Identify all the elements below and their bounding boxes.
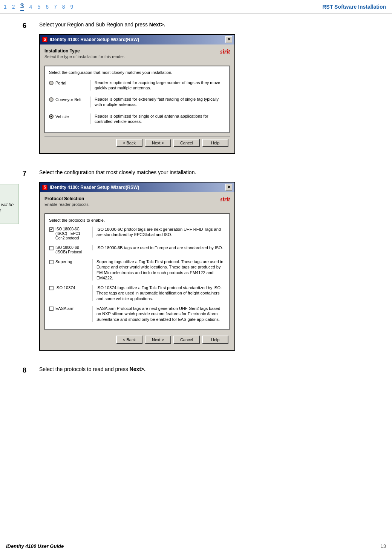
dialog2-next-button[interactable]: Next > <box>145 336 171 344</box>
step-2[interactable]: 2 <box>12 4 15 10</box>
dialog2-help-button[interactable]: Help <box>202 336 228 344</box>
step7-content: Select the configuration that most close… <box>39 169 369 351</box>
checkbox-supertag[interactable] <box>49 260 54 264</box>
step8-instruction-bold: Next>. <box>130 366 145 372</box>
dialog2-inner-label: Select the protocols to enable. <box>49 218 225 222</box>
dialog2-body: sirit Protocol Selection Enable reader p… <box>40 192 234 350</box>
step8-section: 8 Select the protocols to read and press… <box>23 366 369 379</box>
checkbox-iso10374[interactable] <box>49 286 54 290</box>
dialog2-cancel-button[interactable]: Cancel <box>173 336 200 344</box>
dialog1-cancel-button[interactable]: Cancel <box>173 139 200 147</box>
step7-section: Protocols Only those protocols enabled i… <box>23 169 369 351</box>
protocol-iso18000-6c-text: ISO 18000-6C(ISOC) - EPC1Gen2 protocol <box>55 227 80 241</box>
radio-conveyor-label[interactable]: Conveyor Belt <box>49 97 90 102</box>
dialog1-next-button[interactable]: Next > <box>145 139 171 147</box>
protocol-iso10374-desc: ISO 10374 tags utilize a Tag Talk First … <box>92 285 225 301</box>
protocol-easalarm-desc: EASAlarm Protocol tags are next generati… <box>92 306 225 322</box>
checkbox-iso18000-6b[interactable] <box>49 246 54 250</box>
dialog2-title-left: S IDentity 4100: Reader Setup Wizard(RSW… <box>42 185 139 190</box>
dialog1-close-button[interactable]: ✕ <box>225 36 232 43</box>
dialog2-title-text: IDentity 4100: Reader Setup Wizard(RSW) <box>50 185 139 190</box>
step-6[interactable]: 6 <box>46 4 49 10</box>
sirit-logo-1: sirit <box>220 48 230 55</box>
protocol-iso18000-6b-row: ISO 18000-6B(ISOB) Protocol ISO 18000-6B… <box>49 244 225 256</box>
step8-instruction-text: Select the protocols to read and press <box>39 366 130 372</box>
protocol-iso18000-6b-text: ISO 18000-6B(ISOB) Protocol <box>55 245 82 255</box>
dialog2-titlebar: S IDentity 4100: Reader Setup Wizard(RSW… <box>40 182 234 192</box>
dialog1-back-button[interactable]: < Back <box>116 139 142 147</box>
radio-portal-input[interactable] <box>49 81 54 85</box>
page-footer: IDentity 4100 User Guide 13 <box>0 540 392 552</box>
step7-instruction: Select the configuration that most close… <box>39 169 369 176</box>
step6-instruction: Select your Region and Sub Region and pr… <box>39 21 369 29</box>
dialog1-help-button[interactable]: Help <box>202 139 228 147</box>
radio-portal-text: Portal <box>55 81 66 85</box>
dialog2-inner-box: Select the protocols to enable. ISO 1800… <box>44 213 230 330</box>
step-7[interactable]: 7 <box>54 4 57 10</box>
protocol-iso18000-6b-desc: ISO 18000-6B tags are used in Europe and… <box>92 245 225 250</box>
footer-product: IDentity 4100 User Guide <box>6 543 64 549</box>
step8-content: Select the protocols to read and press N… <box>39 366 369 379</box>
step-1[interactable]: 1 <box>4 4 7 10</box>
sidebar-note-title: Protocols <box>0 187 15 194</box>
page-header: 1 2 3 4 5 6 7 8 9 RST Software Installat… <box>0 0 392 14</box>
protocol-iso10374-row: ISO 10374 ISO 10374 tags utilize a Tag T… <box>49 284 225 302</box>
protocol-iso18000-6c-label[interactable]: ISO 18000-6C(ISOC) - EPC1Gen2 protocol <box>49 227 92 241</box>
protocols-sidebar-note: Protocols Only those protocols enabled i… <box>0 184 19 224</box>
radio-conveyor-input[interactable] <box>49 97 54 102</box>
step-3-active[interactable]: 3 <box>20 2 24 11</box>
protocol-iso10374-text: ISO 10374 <box>55 285 75 290</box>
step-navigation: 1 2 3 4 5 6 7 8 9 <box>4 2 73 11</box>
dialog2-footer: < Back Next > Cancel Help <box>44 333 230 346</box>
dialog1-icon: S <box>42 37 47 42</box>
step-9[interactable]: 9 <box>70 4 74 10</box>
radio-portal-label[interactable]: Portal <box>49 80 90 85</box>
step7-number: 7 <box>23 169 34 351</box>
dialog1-section-header: Installation Type <box>44 48 230 54</box>
step8-number: 8 <box>23 366 34 379</box>
protocol-easalarm-text: EASAlarm <box>55 306 75 311</box>
step-5[interactable]: 5 <box>37 4 40 10</box>
step6-section: 6 Select your Region and Sub Region and … <box>23 21 369 154</box>
footer-product-suffix: 4100 User Guide <box>24 543 64 549</box>
protocol-iso18000-6b-label[interactable]: ISO 18000-6B(ISOB) Protocol <box>49 245 92 255</box>
radio-portal-desc: Reader is optimized for acquiring large … <box>90 80 225 91</box>
dialog2-close-button[interactable]: ✕ <box>225 184 232 191</box>
checkbox-easalarm[interactable] <box>49 307 54 311</box>
dialog2-icon: S <box>42 185 47 190</box>
dialog1-inner-box: Select the configuration that most close… <box>44 66 230 133</box>
radio-vehicle-row: Vehicle Reader is optimized for single o… <box>49 112 225 126</box>
protocol-iso18000-6c-row: ISO 18000-6C(ISOC) - EPC1Gen2 protocol I… <box>49 225 225 242</box>
step6-content: Select your Region and Sub Region and pr… <box>39 21 369 154</box>
step-8[interactable]: 8 <box>62 4 65 10</box>
protocol-supertag-label[interactable]: Supertag <box>49 259 92 264</box>
protocol-iso10374-label[interactable]: ISO 10374 <box>49 285 92 290</box>
step-4[interactable]: 4 <box>29 4 32 10</box>
checkbox-iso18000-6c[interactable] <box>49 227 54 232</box>
radio-vehicle-input[interactable] <box>49 114 54 119</box>
protocol-easalarm-row: EASAlarm EASAlarm Protocol tags are next… <box>49 305 225 323</box>
radio-conveyor-text: Conveyor Belt <box>55 97 81 102</box>
dialog1-body: sirit Installation Type Select the type … <box>40 44 234 153</box>
sidebar-note-text: Only those protocols enabled in the read… <box>0 195 15 221</box>
installation-type-dialog: S IDentity 4100: Reader Setup Wizard(RSW… <box>39 34 235 154</box>
protocol-supertag-text: Supertag <box>55 259 72 264</box>
protocol-supertag-desc: Supertag tags utilize a Tag Talk First p… <box>92 259 225 281</box>
dialog1-title-left: S IDentity 4100: Reader Setup Wizard(RSW… <box>42 37 139 42</box>
dialog1-titlebar: S IDentity 4100: Reader Setup Wizard(RSW… <box>40 35 234 44</box>
protocol-selection-dialog: S IDentity 4100: Reader Setup Wizard(RSW… <box>39 182 235 351</box>
protocol-easalarm-label[interactable]: EASAlarm <box>49 306 92 311</box>
step6-instruction-text: Select your Region and Sub Region and pr… <box>39 21 149 28</box>
dialog1-title-text: IDentity 4100: Reader Setup Wizard(RSW) <box>50 37 139 42</box>
dialog1-footer: < Back Next > Cancel Help <box>44 136 230 149</box>
step6-number: 6 <box>23 21 34 154</box>
step6-instruction-bold: Next>. <box>149 21 165 28</box>
dialog1-section-sub: Select the type of installation for this… <box>44 54 230 59</box>
main-content: 6 Select your Region and Sub Region and … <box>0 14 392 416</box>
radio-vehicle-label[interactable]: Vehicle <box>49 113 90 119</box>
footer-product-name: IDentity <box>6 543 24 549</box>
dialog2-back-button[interactable]: < Back <box>116 336 142 344</box>
footer-page-number: 13 <box>381 543 386 549</box>
sirit-logo-2: sirit <box>220 196 230 203</box>
protocol-iso18000-6c-desc: ISO 18000-6C protcol tags are next gener… <box>92 227 225 238</box>
